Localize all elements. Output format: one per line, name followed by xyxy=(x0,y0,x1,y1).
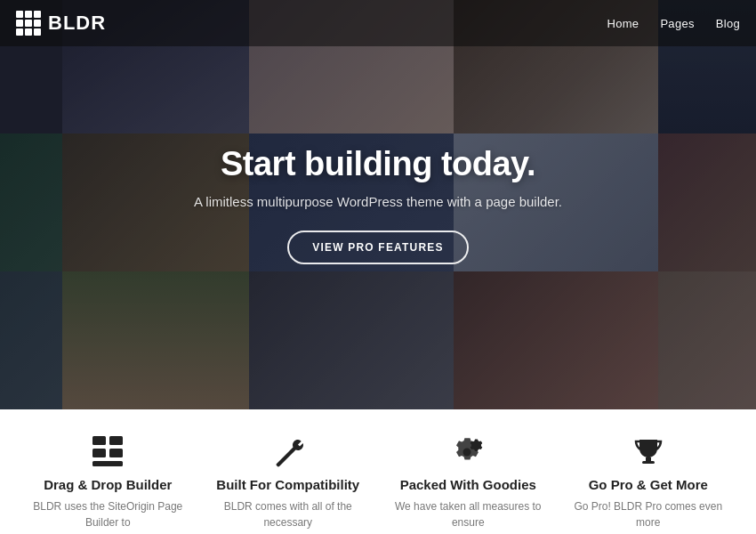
hero-title: Start building today. xyxy=(147,145,609,183)
tile-15 xyxy=(658,271,756,409)
grid-icon xyxy=(16,11,41,36)
wrench-icon xyxy=(271,434,305,468)
tile-11 xyxy=(0,271,62,409)
svg-rect-8 xyxy=(642,461,655,464)
tile-14 xyxy=(454,271,658,409)
tile-6 xyxy=(0,134,62,271)
tile-12 xyxy=(62,271,249,409)
feature-goodies-title: Packed With Goodies xyxy=(400,477,536,492)
nav-logo[interactable]: BLDR xyxy=(16,11,106,36)
feature-compatibility-desc: BLDR comes with all of the necessary xyxy=(204,498,373,530)
hero-subtitle: A limitless multipurpose WordPress theme… xyxy=(147,194,609,209)
feature-go-pro: Go Pro & Get More Go Pro! BLDR Pro comes… xyxy=(564,434,733,530)
feature-go-pro-title: Go Pro & Get More xyxy=(589,477,708,492)
nav-links: Home Pages Blog xyxy=(607,17,741,30)
svg-rect-1 xyxy=(109,436,123,445)
feature-go-pro-desc: Go Pro! BLDR Pro comes even more xyxy=(564,498,733,530)
hero-content: Start building today. A limitless multip… xyxy=(147,145,609,264)
trophy-icon xyxy=(631,434,665,468)
navbar: BLDR Home Pages Blog xyxy=(0,0,756,46)
nav-link-home[interactable]: Home xyxy=(607,17,639,30)
tile-13 xyxy=(249,271,454,409)
svg-rect-3 xyxy=(109,449,123,457)
layout-icon xyxy=(91,434,125,468)
feature-goodies-desc: We have taken all measures to ensure xyxy=(383,498,552,530)
svg-rect-2 xyxy=(92,449,106,457)
nav-link-pages[interactable]: Pages xyxy=(660,17,694,30)
svg-rect-0 xyxy=(92,436,106,445)
hero-section: Start building today. A limitless multip… xyxy=(0,0,756,409)
svg-rect-4 xyxy=(92,461,123,466)
tile-10 xyxy=(658,134,756,271)
svg-rect-7 xyxy=(646,457,651,461)
feature-compatibility: Built For Compatibility BLDR comes with … xyxy=(204,434,373,530)
nav-link-blog[interactable]: Blog xyxy=(716,17,740,30)
feature-drag-drop: Drag & Drop Builder BLDR uses the SiteOr… xyxy=(23,434,192,530)
feature-drag-drop-title: Drag & Drop Builder xyxy=(44,477,172,492)
feature-drag-drop-desc: BLDR uses the SiteOrigin Page Builder to xyxy=(23,498,192,530)
feature-compatibility-title: Built For Compatibility xyxy=(216,477,359,492)
gear-icon xyxy=(451,434,485,468)
logo-text: BLDR xyxy=(48,12,106,35)
features-section: Drag & Drop Builder BLDR uses the SiteOr… xyxy=(0,409,756,534)
hero-cta-button[interactable]: VIEW PRO FEATURES xyxy=(287,231,469,264)
feature-goodies: Packed With Goodies We have taken all me… xyxy=(383,434,552,530)
